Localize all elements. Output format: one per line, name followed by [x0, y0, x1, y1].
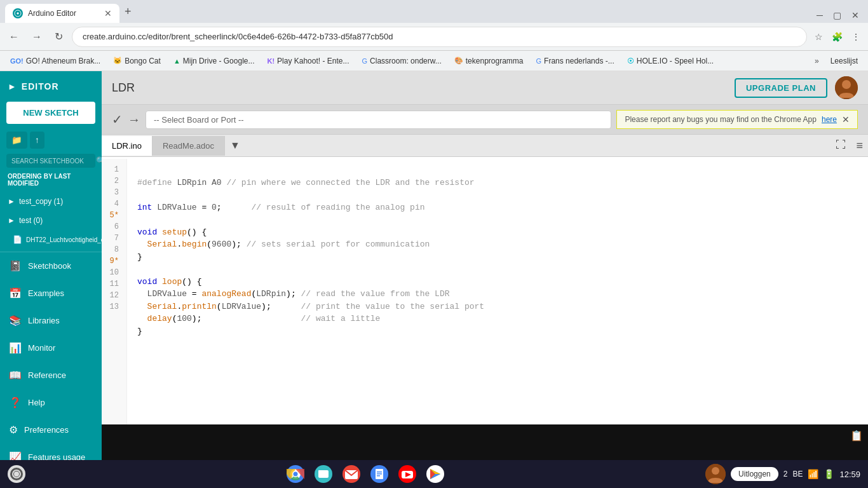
upload-button[interactable]: →: [128, 112, 140, 127]
taskbar-gmail-icon[interactable]: [341, 464, 362, 484]
sidebar-item-sketchbook[interactable]: 📓 Sketchbook: [0, 252, 102, 280]
taskbar-docs-icon[interactable]: [369, 464, 390, 484]
svg-rect-18: [377, 473, 382, 475]
sidebar-nav: 📓 Sketchbook 📅 Examples 📚 Libraries 📊 Mo…: [0, 252, 102, 471]
verify-button[interactable]: ✓: [112, 112, 123, 127]
taskbar-chrome-icon[interactable]: [285, 464, 306, 484]
console-copy-button[interactable]: 📋: [850, 430, 863, 442]
bookmark-label: GO! Atheneum Brak...: [26, 57, 100, 65]
folder-test-copy[interactable]: ► test_copy (1): [0, 192, 102, 211]
board-port-select[interactable]: [146, 111, 611, 129]
code-line-12: delay(100); // wait a little: [137, 314, 380, 323]
line-number: 11: [109, 278, 119, 290]
open-sketch-button[interactable]: 📁: [6, 132, 27, 149]
bookmark-google-drive[interactable]: ▲ Mijn Drive - Google...: [168, 55, 260, 67]
search-sketchbook[interactable]: 🔍: [6, 154, 95, 168]
active-tab[interactable]: Arduino Editor ✕: [5, 4, 119, 23]
line-number: 12: [109, 290, 119, 301]
sidebar-item-label: Libraries: [28, 316, 60, 325]
bookmark-holeio[interactable]: ⦿ HOLE.IO - Speel Hol...: [622, 55, 719, 67]
battery-icon: 🔋: [824, 469, 834, 479]
ordering-label: ORDERING BY LAST MODIFIED: [0, 170, 102, 189]
sidebar-item-reference[interactable]: 📖 Reference: [0, 362, 102, 389]
address-input[interactable]: [72, 27, 807, 47]
bookmark-label: Bongo Cat: [125, 57, 161, 65]
bookmark-star-button[interactable]: ☆: [812, 29, 825, 44]
line-number: 7: [109, 233, 119, 244]
bug-report-link[interactable]: here: [822, 115, 837, 124]
bookmarks-bar: GO! GO! Atheneum Brak... 🐱 Bongo Cat ▲ M…: [0, 51, 868, 71]
save-sketch-button[interactable]: ↑: [30, 132, 44, 149]
upgrade-plan-button[interactable]: UPGRADE PLAN: [735, 78, 827, 98]
app-content: ► EDITOR NEW SKETCH 📁 ↑ 🔍 ORDERING BY LA…: [0, 71, 868, 488]
taskbar-playstore-icon[interactable]: [425, 464, 445, 484]
code-line-10: LDRValue = analogRead(LDRpin); // read t…: [137, 289, 450, 299]
bookmark-favicon: 🐱: [113, 57, 122, 65]
sidebar-item-label: Help: [28, 398, 45, 407]
extensions-button[interactable]: 🧩: [829, 29, 845, 44]
bookmark-classroom[interactable]: G Classroom: onderw...: [357, 55, 447, 67]
reload-button[interactable]: ↻: [51, 27, 67, 46]
editor-label: EDITOR: [22, 81, 59, 92]
bookmark-label: Classroom: onderw...: [370, 57, 442, 65]
code-line-11: Serial.println(LDRValue); // print the v…: [137, 302, 484, 311]
sidebar-item-label: Examples: [28, 288, 64, 298]
bookmark-bongo-cat[interactable]: 🐱 Bongo Cat: [108, 55, 166, 67]
tab-favicon: [13, 8, 23, 18]
sketchbook-icon: 📓: [9, 260, 22, 272]
sidebar-item-examples[interactable]: 📅 Examples: [0, 280, 102, 307]
line-number: 6: [109, 221, 119, 233]
bookmarks-more-button[interactable]: »: [811, 55, 823, 67]
logout-button[interactable]: Uitloggen: [731, 467, 778, 481]
bookmark-favicon: G: [536, 57, 542, 65]
new-tab-button[interactable]: +: [119, 3, 137, 21]
sidebar-item-libraries[interactable]: 📚 Libraries: [0, 307, 102, 334]
svg-point-25: [712, 467, 719, 475]
editor-area: LDR UPGRADE PLAN ✓ → Please report any b…: [102, 71, 868, 488]
bookmark-favicon: K!: [267, 57, 275, 65]
taskbar-files-icon[interactable]: [313, 464, 334, 484]
libraries-icon: 📚: [9, 315, 22, 327]
bookmark-leeslijst[interactable]: Leeslijst: [825, 55, 863, 67]
tab-dropdown-button[interactable]: ▼: [225, 135, 245, 156]
tab-close-button[interactable]: ✕: [104, 8, 112, 18]
search-input[interactable]: [11, 158, 92, 165]
address-icons: ☆ 🧩 ⋮: [812, 29, 863, 44]
folder-chevron-icon: ►: [8, 197, 15, 206]
bookmark-label: Play Kahoot! - Ente...: [277, 57, 349, 65]
menu-button[interactable]: ⋮: [849, 29, 863, 44]
bookmark-label: tekenprogramma: [466, 57, 524, 65]
bookmark-go-atheneum[interactable]: GO! GO! Atheneum Brak...: [5, 55, 105, 67]
minimize-button[interactable]: ─: [813, 8, 827, 23]
bookmark-french[interactable]: G Frans nederlands -...: [531, 55, 620, 67]
sidebar-item-monitor[interactable]: 📊 Monitor: [0, 334, 102, 362]
back-button[interactable]: ←: [5, 27, 23, 46]
new-sketch-button[interactable]: NEW SKETCH: [6, 102, 95, 124]
sidebar-collapse-icon: ►: [8, 81, 17, 92]
bookmark-kahoot[interactable]: K! Play Kahoot! - Ente...: [262, 55, 354, 67]
chromeos-icon: [8, 465, 25, 483]
bookmark-favicon: GO!: [10, 57, 24, 65]
forward-button[interactable]: →: [28, 27, 46, 46]
sidebar-item-preferences[interactable]: ⚙ Preferences: [0, 416, 102, 444]
reference-icon: 📖: [9, 369, 22, 381]
sketchbook-section: ► test_copy (1) ► test (0) 📄 DHT22_Lucht…: [0, 189, 102, 252]
user-profile-icon[interactable]: [705, 464, 726, 484]
sidebar-item-label: Monitor: [28, 343, 55, 353]
file-dht22[interactable]: 📄 DHT22_Luchtvochtigheid_en_teperatuur: [0, 230, 102, 249]
folder-test[interactable]: ► test (0): [0, 211, 102, 230]
file-icon: 📄: [13, 235, 22, 244]
tab-ldr-ino[interactable]: LDR.ino: [102, 136, 153, 156]
sidebar-item-label: Sketchbook: [28, 261, 71, 271]
expand-editor-button[interactable]: [831, 137, 851, 155]
bookmark-tekenprogramma[interactable]: 🎨 tekenprogramma: [449, 55, 529, 67]
maximize-button[interactable]: ▢: [829, 8, 845, 23]
sidebar-item-label: Preferences: [24, 425, 69, 435]
code-text[interactable]: #define LDRpin A0 // pin where we connec…: [127, 159, 868, 424]
bug-banner-close-button[interactable]: ✕: [842, 114, 850, 125]
tab-readme[interactable]: ReadMe.adoc: [153, 136, 225, 156]
close-window-button[interactable]: ✕: [848, 8, 863, 23]
editor-menu-button[interactable]: ≡: [851, 137, 868, 155]
taskbar-youtube-icon[interactable]: [397, 464, 417, 484]
sidebar-item-help[interactable]: ❓ Help: [0, 389, 102, 416]
